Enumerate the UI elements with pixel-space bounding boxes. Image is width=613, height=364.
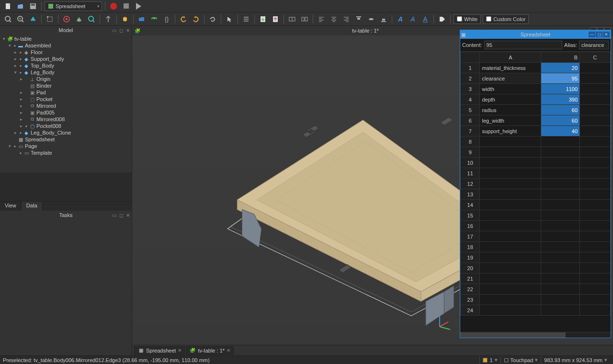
cell[interactable]	[480, 273, 541, 284]
group-icon[interactable]	[136, 14, 147, 24]
spreadsheet-titlebar[interactable]: ▦ Spreadsheet — ◻ ✕	[460, 30, 611, 39]
cell[interactable]	[541, 179, 580, 189]
align-bottom-icon[interactable]	[378, 14, 389, 24]
cell[interactable]	[541, 263, 580, 273]
col-header-b[interactable]: B	[541, 52, 580, 63]
cell[interactable]	[580, 147, 611, 158]
cell[interactable]	[580, 94, 611, 105]
sheet-row[interactable]: 16	[461, 221, 611, 231]
sheet-row[interactable]: 3width1100	[461, 84, 611, 94]
dimensions-readout[interactable]: 983.93 mm x 924.53 mm▾	[541, 356, 610, 364]
cell[interactable]: 60	[541, 115, 580, 126]
cell[interactable]: material_thickness	[480, 63, 541, 73]
sheet-row[interactable]: 17	[461, 231, 611, 242]
sheet-row[interactable]: 8	[461, 136, 611, 147]
export-icon[interactable]	[270, 14, 281, 24]
sheet-row[interactable]: 13	[461, 189, 611, 200]
cell[interactable]	[480, 200, 541, 210]
row-header[interactable]: 15	[461, 210, 480, 221]
sheet-row[interactable]: 24	[461, 305, 611, 316]
col-header-c[interactable]: C	[580, 52, 611, 63]
cell[interactable]	[541, 221, 580, 231]
cell[interactable]	[480, 305, 541, 316]
view-tab[interactable]: View	[0, 202, 22, 211]
cell[interactable]	[541, 242, 580, 252]
spreadsheet-grid[interactable]: A B C 1material_thickness202clearance953…	[460, 52, 611, 332]
cell[interactable]	[580, 252, 611, 263]
align-vcenter-icon[interactable]	[366, 14, 376, 24]
cell[interactable]: support_height	[480, 126, 541, 136]
sheet-row[interactable]: 22	[461, 284, 611, 295]
cell[interactable]: depth	[480, 94, 541, 105]
panel-collapse-icon[interactable]: ▭	[111, 28, 117, 33]
cell[interactable]	[580, 126, 611, 136]
cell[interactable]: leg_width	[480, 115, 541, 126]
cell[interactable]	[580, 242, 611, 252]
sheet-row[interactable]: 19	[461, 252, 611, 263]
row-header[interactable]: 17	[461, 231, 480, 242]
tasks-float-icon[interactable]: ◻	[118, 213, 124, 218]
link-icon[interactable]	[149, 14, 159, 24]
refresh-icon[interactable]	[207, 14, 218, 24]
cell[interactable]	[480, 231, 541, 242]
list-icon[interactable]	[241, 14, 251, 24]
cell[interactable]	[580, 115, 611, 126]
cell[interactable]	[480, 179, 541, 189]
new-file-icon[interactable]	[3, 1, 13, 11]
fit-selection-icon[interactable]	[15, 14, 26, 24]
custom-color-checkbox[interactable]: Custom Color	[483, 14, 529, 24]
row-header[interactable]: 8	[461, 136, 480, 147]
fit-all-icon[interactable]	[3, 14, 13, 24]
open-file-icon[interactable]	[15, 1, 26, 11]
cell[interactable]	[580, 158, 611, 168]
row-header[interactable]: 10	[461, 158, 480, 168]
import-icon[interactable]	[258, 14, 268, 24]
view-menu-icon[interactable]	[74, 14, 84, 24]
row-header[interactable]: 23	[461, 295, 480, 305]
cell[interactable]: clearance	[480, 73, 541, 84]
cell[interactable]	[541, 147, 580, 158]
italic-icon[interactable]: A	[408, 14, 418, 24]
row-header[interactable]: 2	[461, 73, 480, 84]
cell[interactable]	[541, 252, 580, 263]
cell[interactable]	[580, 63, 611, 73]
row-header[interactable]: 16	[461, 221, 480, 231]
cell[interactable]	[580, 189, 611, 200]
bold-icon[interactable]: A	[395, 14, 406, 24]
cell[interactable]: 40	[541, 126, 580, 136]
tag-icon[interactable]	[437, 14, 447, 24]
tasks-close-icon[interactable]: ✕	[125, 213, 131, 218]
alias-input[interactable]	[579, 41, 609, 49]
cell[interactable]	[480, 242, 541, 252]
col-header-a[interactable]: A	[480, 52, 541, 63]
cell[interactable]	[580, 200, 611, 210]
sheet-row[interactable]: 1material_thickness20	[461, 63, 611, 73]
measure-icon[interactable]	[86, 14, 97, 24]
cell[interactable]	[580, 136, 611, 147]
cell[interactable]	[580, 210, 611, 221]
cell[interactable]: 1100	[541, 84, 580, 94]
cell[interactable]	[580, 231, 611, 242]
cell[interactable]	[480, 136, 541, 147]
cell[interactable]	[541, 273, 580, 284]
cell[interactable]	[480, 210, 541, 221]
sheet-row[interactable]: 2clearance95	[461, 73, 611, 84]
cell[interactable]	[580, 284, 611, 295]
undo-icon[interactable]	[178, 14, 189, 24]
cell[interactable]	[541, 158, 580, 168]
row-header[interactable]: 1	[461, 63, 480, 73]
sheet-row[interactable]: 18	[461, 242, 611, 252]
align-right-icon[interactable]	[341, 14, 352, 24]
row-header[interactable]: 24	[461, 305, 480, 316]
layer-selector[interactable]: 1▾	[479, 356, 500, 364]
row-header[interactable]: 7	[461, 126, 480, 136]
cell[interactable]	[580, 168, 611, 179]
spreadsheet-panel[interactable]: ▦ Spreadsheet — ◻ ✕ Content: Alias: A B …	[460, 30, 611, 338]
sheet-row[interactable]: 21	[461, 273, 611, 284]
sheet-row[interactable]: 6leg_width60	[461, 115, 611, 126]
cell[interactable]	[580, 221, 611, 231]
cell[interactable]	[541, 284, 580, 295]
cell[interactable]: width	[480, 84, 541, 94]
row-header[interactable]: 19	[461, 252, 480, 263]
row-header[interactable]: 4	[461, 94, 480, 105]
